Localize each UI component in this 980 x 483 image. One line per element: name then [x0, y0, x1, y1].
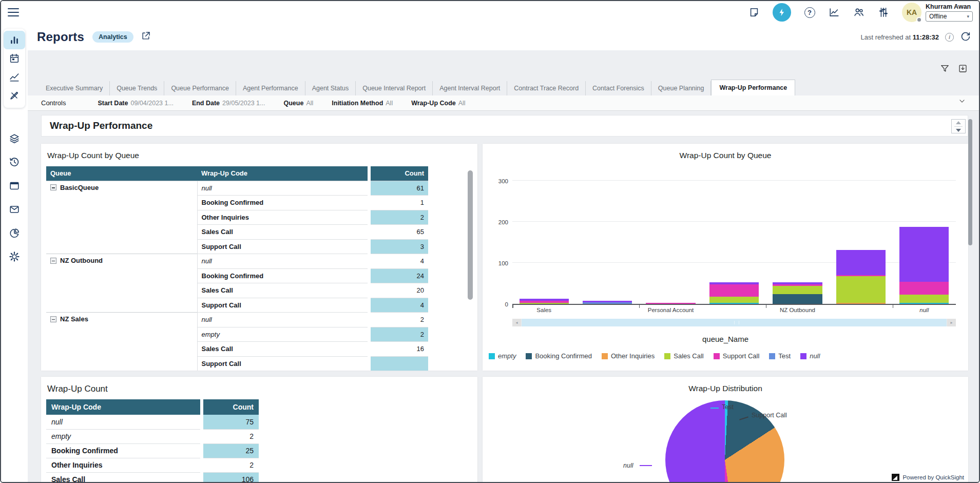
- sidebar-item-design[interactable]: [4, 86, 25, 105]
- sidebar-primary-group: [4, 29, 25, 108]
- agents-icon[interactable]: [853, 6, 865, 18]
- bar-slot: [893, 178, 956, 304]
- stacked-bar-Personal Account[interactable]: [646, 303, 695, 304]
- stacked-bar-NZ Outbound[interactable]: [773, 282, 822, 304]
- pivot-col-queue[interactable]: Queue: [46, 166, 197, 181]
- table-row: NZ Salesnull2: [46, 313, 428, 327]
- tab-contact-forensics[interactable]: Contact Forensics: [586, 81, 651, 96]
- x-scrollbar-thumb[interactable]: [522, 319, 947, 326]
- legend-item-sales-call[interactable]: Sales Call: [664, 352, 704, 360]
- tab-executive-summary[interactable]: Executive Summary: [39, 81, 110, 96]
- collapse-group-icon[interactable]: [50, 316, 56, 322]
- y-tick-label: 200: [493, 219, 508, 225]
- stacked-bar-unlabeled[interactable]: [836, 250, 886, 304]
- sidebar-item-pie-reports[interactable]: [4, 224, 25, 242]
- x-tick-label: Sales: [536, 307, 551, 313]
- avatar[interactable]: KA: [902, 3, 921, 22]
- legend-label: Sales Call: [674, 352, 704, 360]
- notes-icon[interactable]: [748, 6, 760, 18]
- sidebar-item-schedule[interactable]: [4, 49, 25, 68]
- sidebar-item-mail[interactable]: [4, 200, 25, 219]
- quick-actions-bolt-icon[interactable]: [773, 3, 791, 22]
- bar-slot: [829, 178, 892, 304]
- tab-contract-trace-record[interactable]: Contract Trace Record: [507, 81, 586, 96]
- scroll-left-arrow-icon[interactable]: ◂: [512, 319, 521, 326]
- open-external-icon[interactable]: [141, 31, 151, 43]
- filter-initiation-method[interactable]: Initiation MethodAll: [332, 100, 393, 107]
- bar-segment-null: [899, 227, 949, 282]
- info-icon[interactable]: i: [945, 33, 954, 42]
- sidebar-item-reports[interactable]: [4, 31, 25, 49]
- bar-chart-x-scrollbar[interactable]: ◂ ▸: [512, 319, 956, 326]
- queue-name: BasicQueue: [60, 184, 99, 191]
- sheet-title-band: Wrap-Up Performance: [41, 115, 968, 137]
- spin-up-icon[interactable]: [956, 121, 961, 124]
- pivot-count-cell: 2: [371, 327, 428, 342]
- help-icon[interactable]: ?: [803, 6, 816, 18]
- bar-segment-sales-call: [773, 286, 822, 294]
- pivot-code-cell: Booking Confirmed: [197, 196, 368, 210]
- stacked-bar-unlabeled[interactable]: [709, 282, 759, 304]
- dashboard-vertical-scrollbar[interactable]: [968, 119, 972, 245]
- legend-label: null: [810, 352, 820, 360]
- legend-label: Support Call: [723, 352, 760, 360]
- sidebar-item-analytics[interactable]: [4, 68, 25, 86]
- settings-sliders-icon[interactable]: [877, 6, 890, 18]
- last-refreshed-time: 11:28:32: [913, 33, 939, 41]
- legend-item-booking-confirmed[interactable]: Booking Confirmed: [526, 352, 592, 360]
- count-col-code[interactable]: Wrap-Up Code: [46, 399, 200, 415]
- pivot-count-cell: 4: [371, 254, 428, 269]
- stacked-bar-null[interactable]: [899, 227, 949, 304]
- filter-queue[interactable]: QueueAll: [283, 100, 313, 107]
- filter-start-date[interactable]: Start Date09/04/2023 1...: [98, 100, 173, 107]
- pivot-count-cell: 2: [371, 313, 428, 327]
- tab-queue-performance[interactable]: Queue Performance: [164, 81, 236, 96]
- pivot-code-cell: empty: [197, 327, 368, 342]
- tab-agent-performance[interactable]: Agent Performance: [236, 81, 305, 96]
- legend-item-empty[interactable]: empty: [489, 352, 516, 360]
- stacked-bar-Sales[interactable]: [520, 299, 569, 304]
- count-col-count[interactable]: Count: [203, 399, 259, 415]
- bar-segment-empty: [899, 303, 949, 304]
- legend-item-null[interactable]: null: [800, 352, 820, 360]
- status-dropdown[interactable]: Offline ▾: [926, 11, 973, 22]
- refresh-icon[interactable]: [960, 31, 971, 44]
- tab-agent-status[interactable]: Agent Status: [305, 81, 356, 96]
- tab-queue-interval-report[interactable]: Queue Interval Report: [356, 81, 433, 96]
- report-tabbar: Executive SummaryQueue TrendsQueue Perfo…: [39, 81, 948, 96]
- collapse-group-icon[interactable]: [50, 184, 56, 190]
- hamburger-menu-icon[interactable]: [8, 8, 19, 16]
- filter-value: All: [386, 100, 393, 107]
- tab-queue-trends[interactable]: Queue Trends: [110, 81, 164, 96]
- pivot-code-cell: null: [197, 313, 368, 327]
- legend-item-other-inquiries[interactable]: Other Inquiries: [602, 352, 655, 360]
- scroll-right-arrow-icon[interactable]: ▸: [947, 319, 956, 326]
- filter-label: Wrap-Up Code: [411, 100, 456, 107]
- metrics-icon[interactable]: [828, 6, 840, 18]
- filter-wrap-up-code[interactable]: Wrap-Up CodeAll: [411, 100, 465, 107]
- pivot-table-scrollbar[interactable]: [468, 170, 473, 300]
- stacked-bar-unlabeled[interactable]: [583, 301, 632, 304]
- filter-end-date[interactable]: End Date29/05/2023 1...: [192, 100, 265, 107]
- queue-group: BasicQueue: [50, 184, 193, 191]
- spin-down-icon[interactable]: [956, 129, 961, 132]
- controls-expand-chevron-icon[interactable]: [957, 98, 967, 107]
- sidebar-item-settings[interactable]: [4, 247, 25, 266]
- bar-segment-support-call: [899, 282, 949, 295]
- pivot-code-cell: Support Call: [197, 356, 368, 371]
- sidebar-item-history[interactable]: [4, 153, 25, 171]
- tab-queue-planning[interactable]: Queue Planning: [651, 81, 712, 96]
- pivot-col-code[interactable]: Wrap-Up Code: [197, 166, 368, 181]
- filter-value: 09/04/2023 1...: [130, 100, 173, 107]
- export-icon[interactable]: [958, 64, 968, 73]
- table-row: Other Inquiries2: [46, 210, 428, 225]
- tab-wrap-up-performance[interactable]: Wrap-Up Performance: [711, 80, 795, 96]
- pivot-col-count[interactable]: Count: [371, 166, 428, 181]
- collapse-group-icon[interactable]: [50, 258, 56, 264]
- filter-icon[interactable]: [940, 64, 950, 73]
- sidebar-item-layers[interactable]: [4, 129, 25, 148]
- sidebar-item-window[interactable]: [4, 177, 25, 195]
- legend-item-test[interactable]: Test: [769, 352, 791, 360]
- tab-agent-interval-report[interactable]: Agent Interval Report: [433, 81, 507, 96]
- legend-item-support-call[interactable]: Support Call: [714, 352, 760, 360]
